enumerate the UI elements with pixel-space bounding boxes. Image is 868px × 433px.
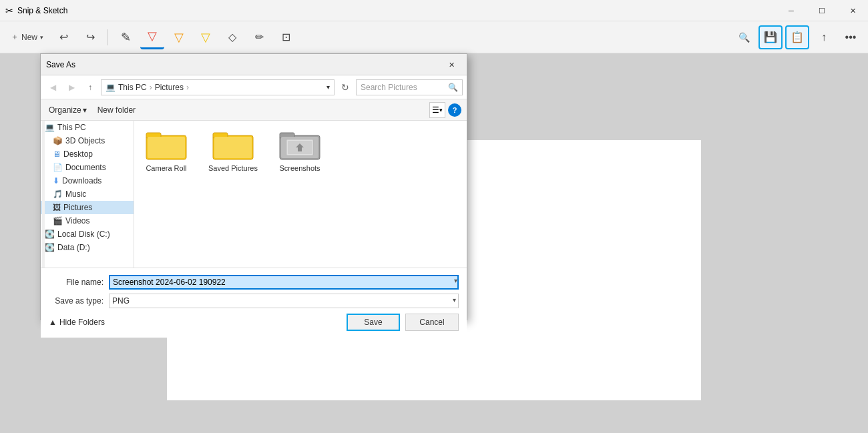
local-disk-icon: 💽 <box>45 230 55 239</box>
pictures-icon: 🖼 <box>53 203 61 212</box>
music-label: Music <box>65 189 86 199</box>
documents-label: Documents <box>65 163 106 172</box>
music-icon: 🎵 <box>53 189 63 199</box>
cancel-button[interactable]: Cancel <box>405 314 459 331</box>
pen-button[interactable]: ✏ <box>247 25 271 49</box>
maximize-button[interactable]: ☐ <box>807 0 837 21</box>
sidebar-item-desktop[interactable]: 🖥 Desktop <box>41 147 134 161</box>
cancel-label: Cancel <box>419 318 444 327</box>
folder-screenshots[interactable]: Screenshots <box>273 126 327 173</box>
eraser-icon: ◇ <box>228 31 236 43</box>
touch-writing-button[interactable]: ✎ <box>114 25 138 49</box>
toolbar-right: 🔍 💾 📋 ↑ ••• <box>732 25 863 49</box>
saved-pictures-folder-icon <box>212 126 254 161</box>
save-dialog-label: Save <box>364 318 382 327</box>
dialog-titlebar: Save As ✕ <box>41 54 467 75</box>
refresh-button[interactable]: ↻ <box>337 79 353 95</box>
sidebar-item-downloads[interactable]: ⬇ Downloads <box>41 174 134 187</box>
up-button[interactable]: ↑ <box>82 79 98 95</box>
organize-label: Organize <box>49 105 81 115</box>
folder-saved-pictures[interactable]: Saved Pictures <box>206 126 260 173</box>
sidebar-item-local-disk[interactable]: 💽 Local Disk (C:) <box>41 228 134 241</box>
save-button-toolbar[interactable]: 💾 <box>758 25 783 49</box>
undo-button[interactable]: ↩ <box>51 25 75 49</box>
organize-button[interactable]: Organize ▾ <box>46 104 89 116</box>
new-label: New <box>21 33 37 42</box>
folder-camera-roll[interactable]: Camera Roll <box>140 126 193 173</box>
data-icon: 💽 <box>45 243 55 252</box>
pen-icon: ✏ <box>255 31 264 43</box>
crop-button[interactable]: ⊡ <box>274 25 298 49</box>
sidebar-item-3d-objects[interactable]: 📦 3D Objects <box>41 134 134 147</box>
new-folder-button[interactable]: New folder <box>95 104 138 116</box>
hide-folders-button[interactable]: ▲ Hide Folders <box>49 318 105 327</box>
savetype-label: Save as type: <box>49 296 109 306</box>
search-placeholder: Search Pictures <box>361 83 445 92</box>
dialog-close-button[interactable]: ✕ <box>436 54 467 75</box>
breadcrumb-pc: This PC <box>118 83 147 92</box>
save-dialog-button[interactable]: Save <box>347 314 400 331</box>
view-mode-button[interactable]: ☰ ▾ <box>429 102 445 118</box>
breadcrumb-sep1: › <box>150 83 152 92</box>
sidebar-item-music[interactable]: 🎵 Music <box>41 187 134 201</box>
new-button[interactable]: ＋ New ▾ <box>5 25 49 49</box>
dialog-bottom: File name: ▾ Save as type: PNG JPEG GIF … <box>41 268 467 338</box>
ballpoint-pen-button[interactable]: ▽ <box>140 25 164 49</box>
breadcrumb[interactable]: 💻 This PC › Pictures › ▾ <box>101 79 335 95</box>
videos-label: Videos <box>65 216 89 226</box>
filename-row: File name: ▾ <box>49 275 459 290</box>
help-button[interactable]: ? <box>448 103 461 117</box>
search-box[interactable]: Search Pictures 🔍 <box>356 79 463 95</box>
hide-folders-chevron: ▲ <box>49 318 57 327</box>
files-area: Camera Roll Saved Pictures <box>134 121 467 268</box>
zoom-button[interactable]: 🔍 <box>732 25 756 49</box>
dialog-actions: ▲ Hide Folders Save Cancel <box>49 314 459 331</box>
new-folder-label: New folder <box>97 105 136 115</box>
sidebar-item-documents[interactable]: 📄 Documents <box>41 161 134 174</box>
save-icon: 💾 <box>764 31 777 43</box>
pencil-button[interactable]: ▽ <box>167 25 191 49</box>
documents-icon: 📄 <box>53 163 63 172</box>
touch-writing-icon: ✎ <box>121 30 131 45</box>
more-icon: ••• <box>845 31 857 43</box>
pictures-label: Pictures <box>63 203 92 212</box>
data-label: Data (D:) <box>57 243 90 252</box>
eraser-button[interactable]: ◇ <box>220 25 244 49</box>
3d-objects-label: 3D Objects <box>65 136 105 145</box>
new-icon: ＋ <box>11 31 19 43</box>
highlighter-button[interactable]: ▽ <box>194 25 218 49</box>
sidebar-item-pictures[interactable]: 🖼 Pictures <box>41 201 134 214</box>
forward-button[interactable]: ▶ <box>63 79 79 95</box>
close-button[interactable]: ✕ <box>837 0 868 21</box>
3d-objects-icon: 📦 <box>53 136 63 145</box>
sidebar-item-data[interactable]: 💽 Data (D:) <box>41 241 134 254</box>
copy-button[interactable]: 📋 <box>785 25 809 49</box>
downloads-icon: ⬇ <box>53 176 59 185</box>
filename-dropdown-arrow[interactable]: ▾ <box>454 277 457 284</box>
undo-icon: ↩ <box>59 31 68 43</box>
camera-roll-label: Camera Roll <box>146 163 186 173</box>
savetype-select[interactable]: PNG JPEG GIF BMP <box>109 294 459 308</box>
sidebar-item-this-pc[interactable]: 💻 This PC <box>41 121 134 134</box>
app-icon: ✂ <box>5 5 13 16</box>
savetype-dropdown-arrow: ▾ <box>453 296 456 304</box>
search-icon: 🔍 <box>448 83 458 92</box>
filename-input[interactable] <box>109 275 459 290</box>
share-button[interactable]: ↑ <box>812 25 836 49</box>
dialog-toolbar: Organize ▾ New folder ☰ ▾ ? <box>41 99 467 121</box>
more-button[interactable]: ••• <box>839 25 863 49</box>
zoom-icon: 🔍 <box>738 32 750 43</box>
redo-button[interactable]: ↪ <box>78 25 102 49</box>
new-chevron: ▾ <box>40 34 43 41</box>
breadcrumb-pictures: Pictures <box>155 83 184 92</box>
title-bar: ✂ Snip & Sketch ─ ☐ ✕ <box>0 0 868 21</box>
sidebar-item-videos[interactable]: 🎬 Videos <box>41 214 134 228</box>
breadcrumb-sep2: › <box>186 83 189 92</box>
svg-rect-2 <box>148 137 185 158</box>
minimize-button[interactable]: ─ <box>776 0 807 21</box>
toolbar: ＋ New ▾ ↩ ↪ ✎ ▽ ▽ ▽ ◇ ✏ ⊡ <box>0 21 868 53</box>
local-disk-label: Local Disk (C:) <box>57 230 110 239</box>
ballpoint-pen-icon: ▽ <box>148 29 157 43</box>
back-button[interactable]: ◀ <box>45 79 61 95</box>
breadcrumb-chevron[interactable]: ▾ <box>327 83 330 91</box>
